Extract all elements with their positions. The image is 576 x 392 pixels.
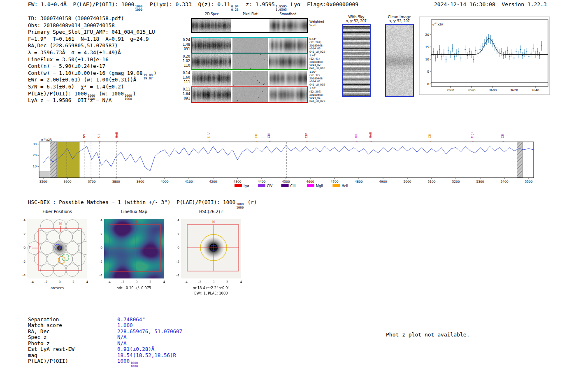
spectrum-xtick-label: 3500: [39, 180, 47, 183]
spectrum-xtick-label: 3600: [63, 180, 71, 183]
text-segment: (w: 1000: [96, 90, 124, 97]
pixel-flat-image: [232, 71, 268, 86]
zoom-xtick-label: 3580: [468, 88, 476, 92]
spec2d-left-value: 091: [179, 96, 190, 101]
zoom-ytick-label: 0: [427, 82, 429, 86]
spec2d-row-left-labels: 0.141.60111: [179, 71, 190, 84]
spectrum-xtick-label: 5300: [476, 180, 484, 183]
spectrum-xtick-label: 4400: [258, 180, 265, 183]
spec2d-annotation-line: 20180408: [309, 77, 329, 80]
lineflux-map-overlay: N: [104, 219, 164, 278]
spec2d-left-value: 1.60: [179, 75, 190, 80]
match-field-label: Spec z: [28, 334, 46, 340]
spec2d-annotation-line: 041_LU_002: [309, 83, 329, 86]
cutout-ytick-label: -2: [170, 260, 179, 264]
spectrum-xtick-label: 3700: [88, 180, 95, 183]
match-field-value: N/A: [117, 334, 127, 340]
match-table-row: P(LAE)/P(OII)100010001000: [28, 358, 234, 364]
smoothed-image: [269, 19, 307, 32]
spectrum-xtick-label: 4900: [379, 180, 387, 183]
line-annotation-label: HeII: [115, 132, 118, 138]
info-line: LyA z = 1.9586 OII z = N/A: [28, 97, 157, 104]
match-table-row: mag18.54(18.52,18.56)R: [28, 352, 234, 358]
info-line: RA,Dec (228.659805,51.070587): [28, 42, 157, 49]
legend-swatch: [235, 184, 242, 187]
legend-label: HeII: [341, 184, 348, 188]
line-annotation-brace: {: [369, 140, 372, 142]
spectrum-xtick-label: 4800: [355, 180, 362, 183]
north-indicator: N: [212, 220, 215, 224]
match-table-row: RA, Dec228.659476, 51.070607: [28, 328, 234, 334]
text-segment: EW: 1.0±0.4Å P(LAE)/P(OII): 1000: [28, 1, 134, 7]
cutout-ytick-label: 4: [93, 218, 102, 222]
info-line: EWr = 2.00(±0.61) (w: 1.00(±0.31))Å: [28, 77, 157, 84]
east-indicator: E: [29, 246, 31, 250]
spectrum-xtick-label: 4600: [306, 180, 314, 183]
match-field-value: 1.000: [117, 322, 133, 328]
report-version: Version 1.22.3: [502, 1, 547, 7]
spec2d-left-value: 111: [179, 80, 190, 84]
fiber-positions-title: Fiber Positions: [27, 209, 87, 214]
text-segment: P(Lyα): 0.333 Q(z): 0.11: [143, 1, 230, 7]
spec2d-left-value: 091: [179, 47, 190, 51]
fraction-bottom: 1.9595: [276, 8, 287, 12]
cutout-ytick-label: -2: [93, 260, 102, 264]
zoom-ytick-label: 15: [425, 45, 429, 49]
fiber-circle: [66, 264, 79, 276]
match-field-label: RA, Dec: [28, 328, 50, 334]
match-table-row: Photo zN/A: [28, 340, 234, 346]
smoothed-image: [269, 54, 307, 69]
info-line: P(LAE)/P(OII): 100010001000 (w: 10001000…: [28, 90, 157, 97]
cutout-xtick-label: 2: [68, 280, 78, 284]
weighted-sum-label: WeightedSum: [309, 20, 329, 27]
clean-image-coords: x, y: 52, 207: [389, 19, 410, 23]
spectrum-ytick-label: 20: [33, 153, 37, 157]
cutout-xtick-label: 2: [222, 280, 232, 284]
text-segment: 18.54(18.52,18.56)R: [117, 352, 176, 358]
spectrum-ytick-label: 30: [33, 142, 37, 146]
north-indicator: N: [135, 220, 137, 224]
line-annotation-label: CII: [428, 134, 432, 138]
spectrum-xtick-label: 4500: [282, 180, 290, 183]
fiber-circle: [34, 253, 47, 265]
spec2d-row-annotations: 1.09"(52, 32)20180408v014_01041_LU_002: [309, 70, 329, 86]
info-line: LineFlux = 3.50(±1.10)e-16: [28, 56, 157, 63]
spec2d-col-header-2dspec: 2D Spec: [205, 12, 218, 16]
info-line: Cont(w) = 1.10(±0.00)e-16 (gmag 19.0819.…: [28, 70, 157, 77]
text-segment: RA,Dec (228.659805,51.070587): [28, 42, 118, 49]
cutout-ytick-label: 0: [93, 246, 102, 250]
fraction-bottom: 0.23: [231, 8, 239, 12]
fiber-positions-panel: Fiber Positions NE arcsecs 420-2-4-4-202…: [16, 208, 101, 300]
line-annotation-brace: {: [255, 140, 258, 142]
text-segment: P(LAE)/P(OII): 1000: [28, 90, 87, 97]
match-table: Separation0.748064"Match score1.000RA, D…: [28, 316, 234, 364]
text-segment: 0.91(±0.28)Å: [117, 346, 154, 352]
spec2d-image: [192, 87, 231, 102]
clean-image: [385, 24, 414, 97]
match-field-label: Match score: [28, 322, 62, 328]
cutout-ytick-label: 0: [16, 246, 26, 250]
elixer-detection-report: EW: 1.0±0.4Å P(LAE)/P(OII): 100010001000…: [0, 0, 576, 392]
spec2d-row: [191, 70, 308, 86]
cutout-ytick-label: 2: [93, 232, 102, 236]
legend-swatch: [281, 184, 289, 187]
line-annotation-label: HeII: [369, 132, 372, 138]
info-line: ID: 3000740158 (3000740158.pdf): [28, 15, 157, 22]
zoom-xtick-label: 3620: [510, 88, 518, 92]
match-field-value: 0.91(±0.28)Å: [117, 346, 154, 352]
info-line: Cont(n) = 5.90(±0.24)e-17: [28, 63, 157, 70]
match-table-row: Separation0.748064": [28, 316, 234, 322]
match-field-value: 0.748064": [117, 316, 145, 322]
spec2d-annotation-line: 1.76": [309, 87, 329, 90]
header-summary: EW: 1.0±0.4Å P(LAE)/P(OII): 100010001000…: [28, 1, 358, 12]
spectrum-xtick-label: 5000: [403, 180, 411, 183]
spec2d-annotation-line: (52, 41): [309, 57, 329, 60]
smoothed-image: [269, 71, 307, 86]
line-annotation-brace: {: [502, 140, 504, 142]
legend-label: MgII: [316, 184, 323, 188]
fraction-bottom: 1000: [135, 8, 142, 12]
spec2d-annotation-line: 041_LU_022: [309, 100, 329, 103]
legend-swatch: [332, 184, 340, 187]
zoom-ytick-label: 10: [425, 58, 429, 61]
line-annotation-label: MgII: [470, 132, 474, 138]
